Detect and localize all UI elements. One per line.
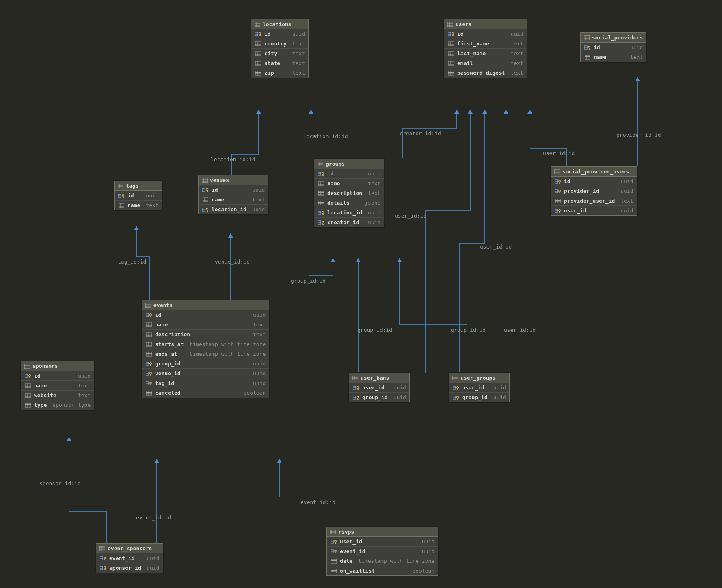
table-user_groups[interactable]: user_groupsuser_iduuidgroup_iduuid [449,373,510,402]
column-type: jsonb [359,200,380,206]
column-row[interactable]: user_iduuid [449,383,509,393]
column-row[interactable]: iduuid [551,177,637,186]
column-row[interactable]: websitetext [21,391,94,400]
column-row[interactable]: venue_iduuid [142,369,269,378]
column-row[interactable]: datetimestamp with time zone [327,556,438,566]
table-groups[interactable]: groupsiduuidnametextdescriptiontextdetai… [314,159,384,227]
table-header[interactable]: social_providers [581,33,646,43]
erd-canvas[interactable]: locationsiduuidcountrytextcitytextstatet… [0,0,722,588]
column-row[interactable]: group_iduuid [142,359,269,369]
column-row[interactable]: location_iduuid [199,205,268,214]
column-row[interactable]: nametext [199,195,268,205]
table-header[interactable]: events [142,300,269,310]
table-header[interactable]: rsvps [327,527,438,537]
column-row[interactable]: iduuid [581,43,646,52]
table-header[interactable]: sponsors [21,361,94,371]
column-row[interactable]: creator_iduuid [314,218,384,227]
column-row[interactable]: descriptiontext [142,330,269,339]
svg-rect-25 [447,22,453,27]
table-header[interactable]: event_sponsors [96,544,163,553]
column-row[interactable]: nametext [581,52,646,62]
table-header[interactable]: users [444,19,527,29]
column-row[interactable]: nametext [115,201,162,210]
column-row[interactable]: nametext [314,179,384,188]
column-row[interactable]: ends_attimestamp with time zone [142,349,269,359]
column-row[interactable]: detailsjsonb [314,198,384,208]
table-locations[interactable]: locationsiduuidcountrytextcitytextstatet… [251,19,309,78]
foreign-key-icon [318,220,325,225]
column-row[interactable]: group_iduuid [449,393,509,402]
column-row[interactable]: nametext [21,381,94,391]
column-row[interactable]: nametext [142,320,269,330]
svg-point-206 [150,382,151,383]
svg-rect-161 [25,393,31,398]
column-type: text [362,190,380,196]
column-row[interactable]: iduuid [199,185,268,195]
column-type: timestamp with time zone [352,558,434,564]
table-header[interactable]: locations [251,19,308,29]
table-users[interactable]: usersiduuidfirst_nametextlast_nametextem… [444,19,527,78]
column-row[interactable]: countrytext [251,39,308,49]
column-row[interactable]: tag_iduuid [142,378,269,388]
column-row[interactable]: user_iduuid [327,537,438,547]
relationship-label: user_id:id [480,244,512,250]
column-type: text [72,383,91,389]
column-row[interactable]: ziptext [251,68,308,78]
column-row[interactable]: group_iduuid [349,393,409,402]
table-name: tags [126,183,138,189]
table-header[interactable]: user_bans [349,373,409,383]
column-row[interactable]: user_iduuid [551,206,637,215]
table-icon [554,169,560,174]
column-row[interactable]: emailtext [444,58,527,68]
column-row[interactable]: location_iduuid [314,208,384,218]
table-event_sponsors[interactable]: event_sponsorsevent_iduuidsponsor_iduuid [96,543,163,573]
column-row[interactable]: last_nametext [444,49,527,58]
column-name: location_id [327,210,362,216]
table-header[interactable]: venues [199,175,268,185]
column-row[interactable]: statetext [251,58,308,68]
column-name: first_name [457,41,489,47]
column-row[interactable]: typesponsor_type [21,400,94,410]
column-row[interactable]: password_digesttext [444,68,527,78]
table-tags[interactable]: tagsiduuidnametext [114,181,162,210]
column-row[interactable]: provider_user_idtext [551,196,637,206]
table-social_provider_users[interactable]: social_provider_usersiduuidprovider_iduu… [551,166,637,216]
column-row[interactable]: first_nametext [444,39,527,49]
foreign-key-icon [318,210,325,215]
primary-key-icon [255,32,262,37]
table-user_bans[interactable]: user_bansuser_iduuidgroup_iduuid [349,373,410,402]
table-social_providers[interactable]: social_providersiduuidnametext [580,32,646,62]
column-row[interactable]: starts_attimestamp with time zone [142,339,269,349]
column-name: sponsor_id [109,565,141,571]
column-row[interactable]: event_iduuid [327,547,438,556]
table-sponsors[interactable]: sponsorsiduuidnametextwebsitetexttypespo… [21,361,94,410]
column-row[interactable]: iduuid [444,29,527,39]
column-row[interactable]: sponsor_iduuid [96,563,163,573]
column-row[interactable]: iduuid [142,310,269,320]
table-venues[interactable]: venuesiduuidnametextlocation_iduuid [198,175,268,214]
column-row[interactable]: user_iduuid [349,383,409,393]
table-header[interactable]: social_provider_users [551,167,637,177]
column-row[interactable]: citytext [251,49,308,58]
table-rsvps[interactable]: rsvpsuser_iduuidevent_iduuiddatetimestam… [326,527,438,576]
relationship-label: event_id:id [300,499,335,505]
table-name: social_providers [592,35,643,41]
column-row[interactable]: event_iduuid [96,553,163,563]
column-row[interactable]: provider_iduuid [551,186,637,196]
table-header[interactable]: tags [115,181,162,191]
column-row[interactable]: on_waitlistboolean [327,566,438,575]
column-row[interactable]: iduuid [251,29,308,39]
column-row[interactable]: descriptiontext [314,188,384,198]
column-name: country [264,41,287,47]
table-events[interactable]: eventsiduuidnametextdescriptiontextstart… [142,300,269,398]
svg-point-31 [452,32,454,34]
foreign-key-icon [352,385,360,390]
column-row[interactable]: iduuid [21,371,94,381]
column-row[interactable]: iduuid [115,191,162,201]
column-row[interactable]: canceledboolean [142,388,269,398]
column-row[interactable]: iduuid [314,169,384,179]
svg-point-261 [335,540,336,542]
table-header[interactable]: groups [314,159,384,169]
table-header[interactable]: user_groups [449,373,509,383]
svg-point-69 [122,194,124,196]
